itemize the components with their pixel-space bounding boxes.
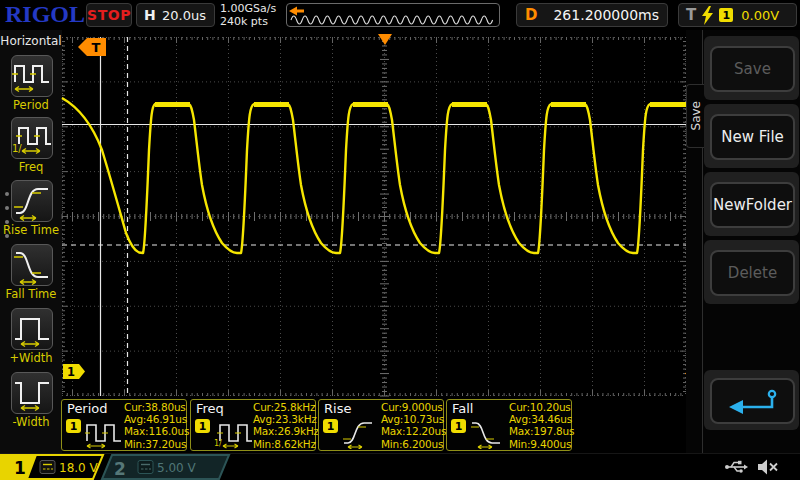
measurement-freq[interactable]: Freq 1 1/ Cur:25.8kHz Avg:23.3kHz Max:26… xyxy=(190,399,316,451)
measurement-avg: Avg:34.46us xyxy=(509,413,574,425)
measurement-fall[interactable]: Fall 1 Cur:10.20us Avg:34.46us Max:197.8… xyxy=(446,399,572,451)
fall-meas-icon xyxy=(470,419,510,449)
rise-meas-icon xyxy=(342,419,382,449)
channel2-coupling-icon xyxy=(138,461,153,474)
measurement-avg: Avg:23.3kHz xyxy=(253,413,319,425)
menu-slot xyxy=(704,370,799,430)
measurement-max: Max:116.0us xyxy=(124,425,189,437)
measurement-cur: Cur:25.8kHz xyxy=(253,401,319,413)
delete-button[interactable]: Delete xyxy=(710,250,795,296)
svg-text:1: 1 xyxy=(67,365,75,379)
measurement-name: Rise xyxy=(324,401,351,416)
measurement-channel-badge: 1 xyxy=(66,419,81,433)
trigger-point-flag[interactable]: T xyxy=(78,38,106,56)
channel-tabs: 1 18.0 V 2 5.00 V xyxy=(0,454,240,480)
menu-slot: NewFolder xyxy=(704,172,799,236)
oscilloscope-screen: RIGOL STOP H 20.0us 1.00GSa/s 240k pts D… xyxy=(0,0,800,480)
measurement-cur: Cur:38.80us xyxy=(124,401,189,413)
svg-text:T: T xyxy=(92,40,101,55)
channel1-coupling-icon xyxy=(40,461,55,474)
graticule-grid xyxy=(62,37,686,396)
channel1-scale: 18.0 V xyxy=(59,461,99,475)
freq-meas-icon: 1/ xyxy=(214,419,254,449)
measurement-min: Min:9.400us xyxy=(509,438,574,450)
new-file-button[interactable]: New File xyxy=(710,114,795,160)
measurement-cur: Cur:10.20us xyxy=(509,401,574,413)
channel1-ground-marker[interactable]: 1 xyxy=(63,364,85,379)
back-button[interactable] xyxy=(710,378,795,424)
menu-tab-label: Save xyxy=(689,101,703,130)
measurement-max: Max:26.9kHz xyxy=(253,425,319,437)
measurement-channel-badge: 1 xyxy=(451,419,466,433)
menu-slot: New File xyxy=(704,104,799,168)
menu-slot: Delete xyxy=(704,240,799,304)
channel1-tab[interactable]: 1 18.0 V xyxy=(1,455,103,479)
channel-status-bar: 1 18.0 V 2 5.00 V xyxy=(0,453,800,480)
measurement-name: Period xyxy=(67,401,108,416)
channel2-number: 2 xyxy=(114,459,126,479)
return-arrow-icon xyxy=(725,388,781,414)
menu-slot: Save xyxy=(704,36,799,100)
channel2-tab[interactable]: 2 5.00 V xyxy=(102,455,229,479)
measurement-name: Freq xyxy=(196,401,224,416)
measurement-channel-badge: 1 xyxy=(323,419,338,433)
measurement-avg: Avg:10.73us xyxy=(381,413,446,425)
measurement-max: Max:12.20us xyxy=(381,425,446,437)
new-folder-button[interactable]: NewFolder xyxy=(710,182,795,228)
save-button[interactable]: Save xyxy=(710,46,795,92)
measurement-avg: Avg:46.91us xyxy=(124,413,189,425)
speaker-muted-icon xyxy=(758,460,777,475)
measurement-min: Min:8.62kHz xyxy=(253,438,319,450)
measurement-max: Max:197.8us xyxy=(509,425,574,437)
measurement-rise[interactable]: Rise 1 Cur:9.000us Avg:10.73us Max:12.20… xyxy=(318,399,444,451)
measurement-cur: Cur:9.000us xyxy=(381,401,446,413)
measurement-period[interactable]: Period 1 Cur:38.80us Avg:46.91us Max:116… xyxy=(61,399,187,451)
svg-text:1/: 1/ xyxy=(214,439,222,448)
channel1-number: 1 xyxy=(14,458,26,478)
measurement-min: Min:6.200us xyxy=(381,438,446,450)
status-icons xyxy=(724,457,784,479)
measurement-min: Min:37.20us xyxy=(124,438,189,450)
menu-tab: Save xyxy=(686,84,704,148)
save-menu-panel: Save Save New File NewFolder Delete xyxy=(686,30,800,453)
measurement-channel-badge: 1 xyxy=(195,419,210,433)
usb-icon xyxy=(725,461,748,473)
measurement-name: Fall xyxy=(452,401,473,416)
period-meas-icon xyxy=(85,419,125,449)
channel2-scale: 5.00 V xyxy=(157,461,197,475)
